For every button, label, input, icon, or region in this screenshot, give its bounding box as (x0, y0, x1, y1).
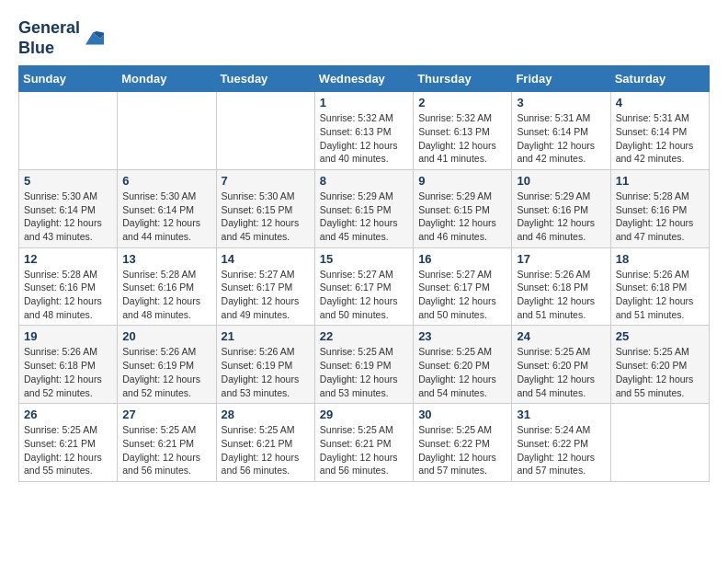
calendar-cell: 2Sunrise: 5:32 AMSunset: 6:13 PMDaylight… (414, 92, 512, 170)
day-info: Sunrise: 5:30 AMSunset: 6:14 PMDaylight:… (24, 190, 112, 244)
calendar-cell: 31Sunrise: 5:24 AMSunset: 6:22 PMDayligh… (512, 404, 610, 482)
day-info: Sunrise: 5:25 AMSunset: 6:21 PMDaylight:… (222, 423, 310, 477)
day-number: 4 (616, 96, 704, 109)
logo: GeneralBlue (18, 18, 104, 58)
day-info: Sunrise: 5:27 AMSunset: 6:17 PMDaylight:… (320, 268, 408, 322)
week-row-4: 19Sunrise: 5:26 AMSunset: 6:18 PMDayligh… (19, 326, 710, 404)
calendar-cell: 14Sunrise: 5:27 AMSunset: 6:17 PMDayligh… (216, 247, 314, 326)
calendar-cell: 20Sunrise: 5:26 AMSunset: 6:19 PMDayligh… (118, 326, 216, 404)
week-row-3: 12Sunrise: 5:28 AMSunset: 6:16 PMDayligh… (19, 247, 710, 326)
day-info: Sunrise: 5:26 AMSunset: 6:19 PMDaylight:… (222, 345, 310, 399)
day-info: Sunrise: 5:27 AMSunset: 6:17 PMDaylight:… (418, 268, 506, 322)
day-info: Sunrise: 5:26 AMSunset: 6:18 PMDaylight:… (24, 345, 112, 399)
calendar-cell: 28Sunrise: 5:25 AMSunset: 6:21 PMDayligh… (216, 404, 314, 482)
calendar-cell: 12Sunrise: 5:28 AMSunset: 6:16 PMDayligh… (19, 247, 118, 326)
weekday-header-monday: Monday (118, 66, 216, 92)
day-info: Sunrise: 5:25 AMSunset: 6:21 PMDaylight:… (122, 423, 210, 477)
day-number: 22 (320, 329, 408, 343)
day-info: Sunrise: 5:25 AMSunset: 6:21 PMDaylight:… (320, 423, 408, 477)
calendar-cell: 13Sunrise: 5:28 AMSunset: 6:16 PMDayligh… (118, 247, 216, 326)
calendar-cell: 25Sunrise: 5:25 AMSunset: 6:20 PMDayligh… (610, 326, 709, 404)
weekday-header-tuesday: Tuesday (216, 66, 314, 92)
day-number: 2 (418, 96, 506, 109)
calendar-table: SundayMondayTuesdayWednesdayThursdayFrid… (18, 65, 710, 482)
day-number: 19 (24, 329, 112, 343)
day-number: 21 (222, 329, 310, 343)
day-info: Sunrise: 5:28 AMSunset: 6:16 PMDaylight:… (616, 190, 704, 244)
calendar-cell (19, 92, 118, 170)
calendar-cell: 10Sunrise: 5:29 AMSunset: 6:16 PMDayligh… (512, 169, 610, 247)
day-info: Sunrise: 5:25 AMSunset: 6:20 PMDaylight:… (418, 345, 506, 399)
day-info: Sunrise: 5:24 AMSunset: 6:22 PMDaylight:… (517, 423, 605, 477)
day-number: 20 (122, 329, 210, 343)
day-info: Sunrise: 5:29 AMSunset: 6:15 PMDaylight:… (320, 190, 408, 244)
calendar-cell: 19Sunrise: 5:26 AMSunset: 6:18 PMDayligh… (19, 326, 118, 404)
weekday-header-thursday: Thursday (414, 66, 512, 92)
weekday-header-sunday: Sunday (19, 66, 118, 92)
weekday-header-friday: Friday (512, 66, 610, 92)
day-info: Sunrise: 5:26 AMSunset: 6:18 PMDaylight:… (616, 268, 704, 322)
week-row-5: 26Sunrise: 5:25 AMSunset: 6:21 PMDayligh… (19, 404, 710, 482)
calendar-cell: 16Sunrise: 5:27 AMSunset: 6:17 PMDayligh… (414, 247, 512, 326)
calendar-cell: 27Sunrise: 5:25 AMSunset: 6:21 PMDayligh… (118, 404, 216, 482)
day-number: 27 (122, 408, 210, 421)
calendar-cell: 15Sunrise: 5:27 AMSunset: 6:17 PMDayligh… (314, 247, 413, 326)
day-number: 11 (616, 174, 704, 188)
calendar-cell: 9Sunrise: 5:29 AMSunset: 6:15 PMDaylight… (414, 169, 512, 247)
day-info: Sunrise: 5:28 AMSunset: 6:16 PMDaylight:… (24, 268, 112, 322)
day-number: 25 (616, 329, 704, 343)
day-number: 14 (222, 252, 310, 266)
day-number: 31 (517, 408, 605, 421)
day-number: 5 (24, 174, 112, 188)
day-info: Sunrise: 5:27 AMSunset: 6:17 PMDaylight:… (222, 268, 310, 322)
calendar-cell (610, 404, 709, 482)
week-row-2: 5Sunrise: 5:30 AMSunset: 6:14 PMDaylight… (19, 169, 710, 247)
weekday-header-saturday: Saturday (610, 66, 709, 92)
day-info: Sunrise: 5:32 AMSunset: 6:13 PMDaylight:… (320, 111, 408, 166)
day-info: Sunrise: 5:25 AMSunset: 6:22 PMDaylight:… (418, 423, 506, 477)
weekday-header-row: SundayMondayTuesdayWednesdayThursdayFrid… (19, 66, 710, 92)
day-number: 8 (320, 174, 408, 188)
week-row-1: 1Sunrise: 5:32 AMSunset: 6:13 PMDaylight… (19, 92, 710, 170)
day-info: Sunrise: 5:29 AMSunset: 6:15 PMDaylight:… (418, 190, 506, 244)
calendar-cell: 11Sunrise: 5:28 AMSunset: 6:16 PMDayligh… (610, 169, 709, 247)
day-number: 12 (24, 252, 112, 266)
calendar-cell: 6Sunrise: 5:30 AMSunset: 6:14 PMDaylight… (118, 169, 216, 247)
day-info: Sunrise: 5:25 AMSunset: 6:20 PMDaylight:… (517, 345, 605, 399)
day-number: 26 (24, 408, 112, 421)
day-number: 24 (517, 329, 605, 343)
calendar-cell: 23Sunrise: 5:25 AMSunset: 6:20 PMDayligh… (414, 326, 512, 404)
page-header: GeneralBlue (18, 18, 710, 58)
day-number: 9 (418, 174, 506, 188)
day-number: 17 (517, 252, 605, 266)
calendar-cell: 21Sunrise: 5:26 AMSunset: 6:19 PMDayligh… (216, 326, 314, 404)
calendar-cell: 4Sunrise: 5:31 AMSunset: 6:14 PMDaylight… (610, 92, 709, 170)
day-info: Sunrise: 5:31 AMSunset: 6:14 PMDaylight:… (517, 111, 605, 166)
day-number: 1 (320, 96, 408, 109)
day-number: 18 (616, 252, 704, 266)
day-number: 28 (222, 408, 310, 421)
calendar-cell: 30Sunrise: 5:25 AMSunset: 6:22 PMDayligh… (414, 404, 512, 482)
calendar-cell: 26Sunrise: 5:25 AMSunset: 6:21 PMDayligh… (19, 404, 118, 482)
day-info: Sunrise: 5:32 AMSunset: 6:13 PMDaylight:… (418, 111, 506, 166)
day-number: 16 (418, 252, 506, 266)
day-info: Sunrise: 5:25 AMSunset: 6:19 PMDaylight:… (320, 345, 408, 399)
day-number: 3 (517, 96, 605, 109)
logo-icon (82, 28, 104, 50)
calendar-cell (216, 92, 314, 170)
calendar-cell: 22Sunrise: 5:25 AMSunset: 6:19 PMDayligh… (314, 326, 413, 404)
calendar-cell: 1Sunrise: 5:32 AMSunset: 6:13 PMDaylight… (314, 92, 413, 170)
day-info: Sunrise: 5:25 AMSunset: 6:21 PMDaylight:… (24, 423, 112, 477)
day-info: Sunrise: 5:31 AMSunset: 6:14 PMDaylight:… (616, 111, 704, 166)
day-info: Sunrise: 5:26 AMSunset: 6:19 PMDaylight:… (122, 345, 210, 399)
calendar-cell: 17Sunrise: 5:26 AMSunset: 6:18 PMDayligh… (512, 247, 610, 326)
day-number: 6 (122, 174, 210, 188)
day-number: 15 (320, 252, 408, 266)
calendar-cell: 8Sunrise: 5:29 AMSunset: 6:15 PMDaylight… (314, 169, 413, 247)
day-info: Sunrise: 5:28 AMSunset: 6:16 PMDaylight:… (122, 268, 210, 322)
day-number: 30 (418, 408, 506, 421)
logo-text: GeneralBlue (18, 18, 80, 58)
calendar-cell: 24Sunrise: 5:25 AMSunset: 6:20 PMDayligh… (512, 326, 610, 404)
calendar-cell: 18Sunrise: 5:26 AMSunset: 6:18 PMDayligh… (610, 247, 709, 326)
day-info: Sunrise: 5:29 AMSunset: 6:16 PMDaylight:… (517, 190, 605, 244)
